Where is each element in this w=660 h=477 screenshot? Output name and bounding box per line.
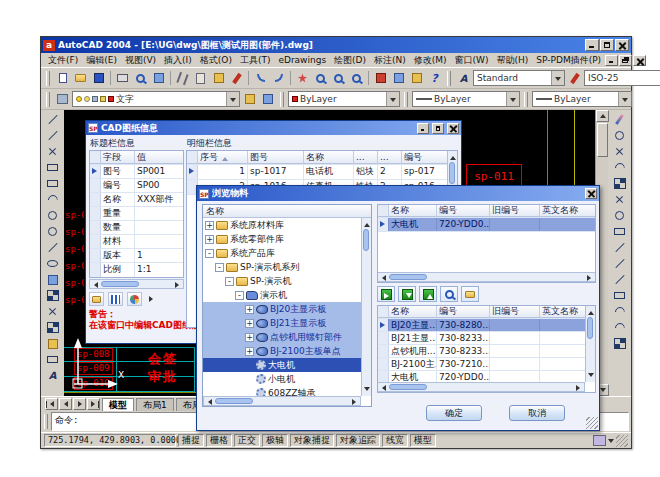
menu-tools[interactable]: 工具(T) — [236, 54, 275, 67]
tray-chevron-down-icon[interactable] — [608, 439, 614, 446]
ok-button[interactable]: 确定 — [426, 405, 482, 421]
scroll-right-icon[interactable] — [587, 275, 594, 281]
first-tab-icon[interactable] — [45, 398, 58, 410]
toggle-ortho[interactable]: 正交 — [234, 434, 260, 447]
tree-item[interactable]: +点钞机用螺钉部件 — [203, 330, 371, 344]
checkout-icon[interactable] — [377, 286, 395, 302]
table-row[interactable]: 材料 — [90, 235, 183, 249]
toolbar-grip[interactable] — [46, 92, 50, 107]
menu-format[interactable]: 格式(O) — [196, 54, 236, 67]
prev-tab-icon[interactable] — [59, 398, 72, 410]
toolbar-grip[interactable] — [524, 92, 528, 107]
paste-icon[interactable] — [210, 70, 227, 86]
properties-icon[interactable] — [372, 70, 389, 86]
scroll-left-icon[interactable] — [379, 275, 386, 281]
scale-icon[interactable] — [611, 224, 629, 239]
mdi-close-button[interactable] — [633, 55, 646, 66]
last-tab-icon[interactable] — [87, 398, 100, 410]
plot-preview-icon[interactable] — [132, 70, 149, 86]
dialog-resize-grip[interactable] — [586, 417, 598, 429]
array-icon[interactable] — [611, 176, 629, 191]
chevron-down-icon[interactable] — [226, 92, 239, 106]
expand-icon[interactable]: + — [205, 221, 214, 230]
tree-item[interactable]: 小电机 — [203, 372, 371, 386]
plot-icon[interactable] — [114, 70, 131, 86]
scrollbar-thumb[interactable] — [101, 281, 139, 287]
explode-icon[interactable] — [611, 336, 629, 351]
vertical-scrollbar[interactable] — [585, 306, 595, 382]
scroll-down-icon[interactable] — [364, 387, 370, 394]
extend-icon[interactable] — [611, 272, 629, 287]
zoom-realtime-icon[interactable] — [312, 70, 329, 86]
open-record-icon[interactable] — [89, 292, 104, 306]
more-tools-icon[interactable] — [149, 296, 156, 302]
collapse-icon[interactable]: - — [225, 277, 234, 286]
tray-icon[interactable] — [593, 435, 606, 446]
table-row[interactable]: 点钞机用... 730-8233... — [378, 345, 585, 358]
new-file-icon[interactable] — [54, 70, 71, 86]
erase-icon[interactable] — [611, 112, 629, 127]
tree-item-selected[interactable]: 大电机 — [203, 358, 371, 372]
collapse-icon[interactable]: - — [205, 249, 214, 258]
toolbar-grip[interactable] — [46, 71, 50, 86]
collapse-icon[interactable]: - — [215, 263, 224, 272]
scrollbar-thumb[interactable] — [587, 317, 593, 339]
break-icon[interactable] — [611, 288, 629, 303]
undo-icon[interactable] — [252, 70, 269, 86]
menu-modify[interactable]: 修改(M) — [410, 54, 451, 67]
columns-icon[interactable] — [108, 292, 123, 306]
chamfer-icon[interactable] — [611, 304, 629, 319]
menu-window[interactable]: 窗口(W) — [451, 54, 493, 67]
scroll-up-icon[interactable] — [364, 220, 370, 227]
menu-draw[interactable]: 绘图(D) — [330, 54, 370, 67]
table-row[interactable]: 大电机 720-YDD0... — [378, 218, 595, 232]
scrollbar-thumb[interactable] — [597, 123, 608, 157]
toolbar-grip[interactable] — [447, 71, 451, 86]
tool-palettes-icon[interactable] — [408, 70, 425, 86]
dialog-maximize-button[interactable] — [432, 123, 444, 134]
search-icon[interactable] — [440, 286, 458, 302]
region-icon[interactable] — [44, 352, 62, 367]
table-row[interactable]: 重量 — [90, 207, 183, 221]
toolbar-grip[interactable] — [404, 92, 408, 107]
next-tab-icon[interactable] — [73, 398, 86, 410]
command-grip[interactable] — [44, 414, 48, 429]
scroll-up-icon[interactable] — [596, 110, 609, 122]
make-block-icon[interactable] — [44, 288, 62, 303]
rotate-icon[interactable] — [611, 208, 629, 223]
menu-file[interactable]: 文件(F) — [44, 54, 82, 67]
tree-item[interactable]: +系统零部件库 — [203, 232, 371, 246]
tree-item[interactable]: -SP-演示机 — [203, 274, 371, 288]
settings-icon[interactable] — [127, 292, 142, 306]
menu-edit[interactable]: 编辑(E) — [82, 54, 121, 67]
toggle-otrack[interactable]: 对象追踪 — [336, 434, 380, 447]
table-row[interactable]: BJ20主显... 730-8280... — [378, 319, 585, 332]
scroll-down-icon[interactable] — [588, 373, 594, 380]
ellipse-icon[interactable] — [44, 256, 62, 271]
publish-icon[interactable] — [150, 70, 167, 86]
tree-item[interactable]: +BJ21主显示板 — [203, 316, 371, 330]
move-icon[interactable] — [611, 192, 629, 207]
offset-icon[interactable] — [611, 160, 629, 175]
scroll-right-icon[interactable] — [576, 385, 583, 391]
match-properties-icon[interactable] — [228, 70, 245, 86]
scroll-left-icon[interactable] — [205, 399, 212, 405]
expand-icon[interactable]: + — [245, 305, 254, 314]
toggle-snap[interactable]: 捕捉 — [178, 434, 204, 447]
insert-block-icon[interactable] — [44, 272, 62, 287]
menu-insert[interactable]: 插入(I) — [160, 54, 196, 67]
layer-previous-icon[interactable] — [241, 91, 258, 107]
menu-sp-pdm-plugin[interactable]: SP-PDM插件(P) — [532, 54, 605, 67]
hatch-icon[interactable] — [44, 320, 62, 335]
rectangle-icon[interactable] — [44, 176, 62, 191]
dim-style-icon[interactable] — [566, 70, 583, 86]
table-row[interactable]: 1 sp-1017 电话机 铝块 2 sp-017 — [187, 165, 447, 180]
mirror-icon[interactable] — [611, 144, 629, 159]
scrollbar-thumb[interactable] — [449, 162, 455, 184]
dialog-close-button[interactable] — [585, 188, 597, 199]
table-row[interactable]: BJ21主显... 730-8233... — [378, 332, 585, 345]
scrollbar-thumb[interactable] — [389, 384, 427, 390]
cancel-button[interactable]: 取消 — [509, 405, 565, 421]
menu-dimension[interactable]: 标注(N) — [370, 54, 410, 67]
open-file-icon[interactable] — [72, 70, 89, 86]
